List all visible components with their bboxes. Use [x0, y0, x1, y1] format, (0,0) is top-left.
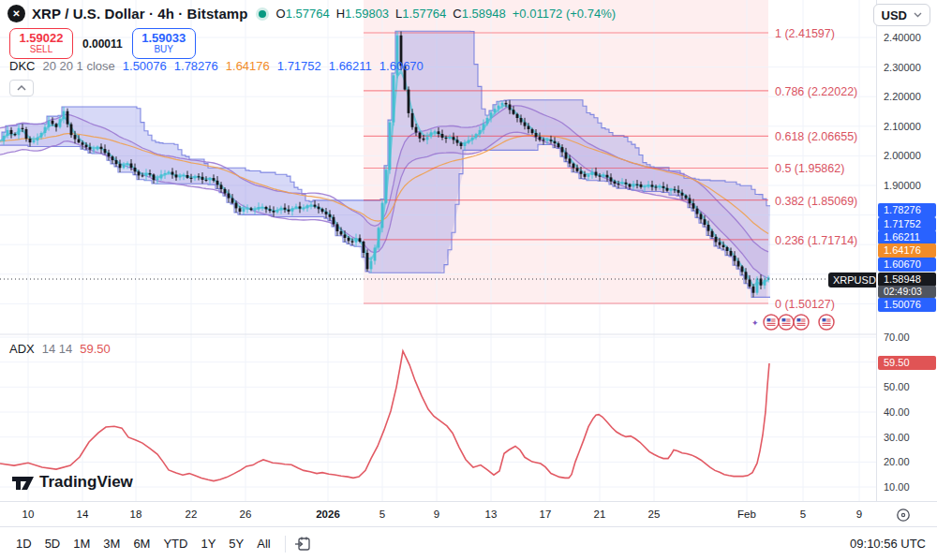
price-axis-badge: 1.66211: [878, 230, 936, 244]
price-axis-badge: 1.58948: [878, 273, 936, 287]
adx-tick: 20.00: [884, 456, 910, 467]
time-tick: 9: [416, 508, 457, 520]
us-flag-event-icon: [764, 315, 779, 330]
xrp-logo-icon: ✕: [7, 5, 25, 22]
dkc-values: 1.500761.782761.641761.717521.662111.606…: [123, 59, 424, 73]
ohlc-item: C1.58948: [453, 7, 505, 21]
timezone-settings-icon[interactable]: [895, 507, 912, 523]
time-tick: 14: [62, 508, 103, 520]
time-tick: 22: [171, 508, 212, 520]
chevron-up-icon: [17, 85, 26, 91]
price-axis-badge: 1.78276: [878, 203, 936, 217]
time-tick: 17: [525, 508, 566, 520]
price-tick: 2.40000: [884, 32, 921, 43]
tradingview-watermark: TradingView: [11, 473, 133, 492]
dkc-value: 1.78276: [174, 59, 218, 73]
chart-canvas[interactable]: ✦: [0, 0, 876, 501]
dkc-value: 1.50076: [123, 59, 167, 73]
sell-button[interactable]: 1.59022 SELL: [9, 28, 73, 59]
range-button-all[interactable]: All: [250, 533, 276, 554]
fib-level-label: 0.5 (1.95862): [775, 162, 844, 175]
currency-selector[interactable]: USD: [873, 4, 930, 26]
range-button-3m[interactable]: 3M: [97, 533, 126, 554]
trade-panel: 1.59022 SELL 0.00011 1.59033 BUY: [9, 28, 196, 59]
tradingview-logo-icon: [11, 473, 35, 492]
time-tick: 5: [782, 508, 824, 520]
ohlc-values: O1.57764H1.59803L1.57764C1.58948: [276, 7, 506, 21]
sell-price: 1.59022: [20, 32, 64, 45]
dkc-value: 1.71752: [277, 59, 321, 73]
range-button-1y[interactable]: 1Y: [194, 533, 222, 554]
economic-event-flags[interactable]: ✦: [751, 315, 834, 330]
time-tick: 5: [362, 508, 403, 520]
cursor-sparkle-icon: ✦: [751, 318, 759, 328]
buy-label: BUY: [154, 45, 173, 55]
watermark-text: TradingView: [39, 473, 133, 492]
fib-level-label: 0.786 (2.22022): [775, 85, 857, 98]
adx-tick: 70.00: [884, 332, 910, 343]
ohlc-item: O1.57764: [276, 7, 330, 21]
right-axis[interactable]: 2.400002.300002.200002.100002.000001.900…: [876, 0, 937, 501]
range-button-1d[interactable]: 1D: [9, 533, 38, 554]
spread-value: 0.00011: [82, 37, 123, 51]
clock-utc[interactable]: 09:10:56 UTC: [850, 537, 928, 551]
time-tick: 21: [579, 508, 620, 520]
sell-label: SELL: [30, 45, 52, 55]
time-axis[interactable]: 101418222620265913172125Feb59: [0, 501, 937, 527]
time-tick: Feb: [726, 508, 767, 520]
range-buttons: 1D5D1M3M6MYTD1Y5YAll: [9, 533, 277, 554]
us-flag-event-icon: [779, 315, 794, 330]
range-button-1m[interactable]: 1M: [67, 533, 97, 554]
ohlc-item: H1.59803: [336, 7, 389, 21]
adx-name: ADX: [9, 342, 35, 356]
price-axis-badge: 1.71752: [878, 217, 936, 231]
price-axis-badge: 59.50: [878, 356, 936, 370]
time-tick: 26: [225, 508, 266, 520]
currency-label: USD: [882, 8, 907, 22]
time-tick: 9: [839, 508, 880, 520]
us-flag-event-icon: [819, 315, 834, 330]
price-axis-badge: 1.60670: [878, 258, 936, 272]
price-axis-badge: 02:49:03: [878, 286, 936, 298]
time-tick: 25: [633, 508, 675, 520]
time-tick: 2026: [307, 508, 349, 520]
change-value: +0.01172 (+0.74%): [513, 7, 616, 21]
tradingview-chart-window: ✦ ✕ XRP / U.S. Dollar · 4h · Bitstamp O1…: [0, 0, 937, 560]
chevron-down-icon: [914, 12, 922, 18]
price-tick: 1.90000: [884, 180, 921, 191]
adx-tick: 30.00: [884, 432, 910, 443]
dkc-name: DKC: [9, 59, 35, 73]
range-button-5d[interactable]: 5D: [38, 533, 67, 554]
price-axis-badge: 1.64176: [878, 243, 936, 258]
fib-level-label: 0 (1.50127): [775, 298, 835, 311]
fib-level-label: 0.236 (1.71714): [775, 234, 857, 247]
adx-tick: 50.00: [884, 381, 910, 392]
symbol-legend[interactable]: ✕ XRP / U.S. Dollar · 4h · Bitstamp O1.5…: [7, 5, 616, 22]
last-price-symbol-tag: XRPUSD: [828, 273, 881, 287]
go-to-date-button[interactable]: [293, 534, 314, 554]
dkc-value: 1.66211: [329, 59, 372, 73]
price-tick: 2.10000: [884, 121, 921, 132]
bottom-toolbar: 1D5D1M3M6MYTD1Y5YAll 09:10:56 UTC: [0, 526, 937, 560]
buy-button[interactable]: 1.59033 BUY: [132, 28, 196, 59]
dkc-indicator-legend[interactable]: DKC 20 20 1 close 1.500761.782761.641761…: [9, 59, 424, 73]
market-open-dot-icon: [259, 10, 266, 18]
ohlc-item: L1.57764: [395, 7, 446, 21]
calendar-arrow-icon: [294, 535, 312, 553]
range-button-ytd[interactable]: YTD: [156, 533, 194, 554]
toolbar-divider: [285, 536, 286, 553]
range-button-5y[interactable]: 5Y: [222, 533, 250, 554]
adx-value: 59.50: [80, 342, 111, 356]
symbol-title[interactable]: XRP / U.S. Dollar · 4h · Bitstamp: [32, 6, 248, 22]
fib-level-label: 1 (2.41597): [775, 27, 835, 40]
price-tick: 2.00000: [884, 150, 921, 161]
adx-indicator-legend[interactable]: ADX 14 14 59.50: [9, 342, 111, 356]
price-axis-badge: 1.50076: [878, 298, 936, 312]
adx-tick: 10.00: [884, 481, 910, 493]
price-tick: 2.30000: [884, 62, 921, 73]
range-button-6m[interactable]: 6M: [126, 533, 156, 554]
dkc-value: 1.64176: [226, 59, 270, 73]
adx-params: 14 14: [42, 342, 73, 356]
legend-collapse-button[interactable]: [9, 80, 34, 96]
fib-level-label: 0.618 (2.06655): [775, 130, 857, 143]
